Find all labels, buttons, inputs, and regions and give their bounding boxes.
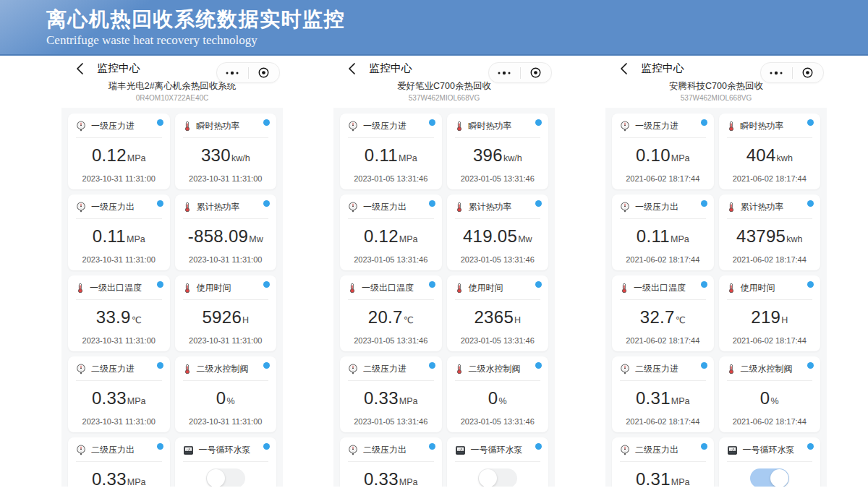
- card-timestamp: 2023-01-05 13:31:46: [454, 255, 542, 264]
- metric-card[interactable]: 累计热功率 43795kwh 2021-06-02 18:17:44: [719, 194, 821, 270]
- toggle-wrap: [454, 468, 542, 487]
- value-number: 0.11: [637, 226, 670, 246]
- card-value: 0%: [454, 389, 542, 411]
- value-unit: Mw: [518, 234, 532, 244]
- card-header: 二级压力出: [619, 444, 707, 456]
- card-header: 一号循环水泵: [726, 444, 814, 456]
- metric-card[interactable]: 一级压力进 0.11MPa 2023-01-05 13:31:46: [340, 114, 442, 189]
- more-options-button[interactable]: [489, 70, 520, 76]
- phones-row: 监控中心 瑞丰光电2#离心机余热回收系统 0R4OM10X722AE40C: [0, 56, 868, 487]
- card-value: 20.7℃: [347, 308, 435, 330]
- metric-card[interactable]: 二级水控制阀 0% 2023-01-05 13:31:46: [447, 356, 549, 432]
- status-dot: [429, 443, 435, 450]
- card-timestamp: 2023-10-31 11:31:00: [75, 255, 163, 264]
- pump-toggle[interactable]: [750, 468, 789, 487]
- card-timestamp: 2023-01-05 13:31:46: [347, 417, 435, 426]
- thermometer-icon: [454, 120, 464, 132]
- card-label: 二级压力进: [363, 363, 407, 375]
- card-header: 二级水控制阀: [182, 363, 270, 375]
- card-value: 5926H: [182, 308, 270, 330]
- card-value: 0.12MPa: [347, 227, 435, 249]
- close-miniprogram-button[interactable]: [793, 67, 824, 79]
- metric-card[interactable]: 一级出口温度 32.7℃ 2021-06-02 18:17:44: [612, 275, 714, 351]
- pressure-gauge-icon: [619, 120, 631, 132]
- value-number: 0.33: [92, 469, 127, 487]
- more-options-button[interactable]: [217, 70, 248, 76]
- card-value: 32.7℃: [619, 308, 707, 330]
- value-unit: MPa: [671, 153, 690, 163]
- card-header: 累计热功率: [726, 201, 814, 213]
- card-value: 330kw/h: [182, 146, 270, 168]
- card-value: 0.31MPa: [619, 470, 707, 487]
- panel-meter-icon: [182, 445, 195, 456]
- metric-card[interactable]: 二级压力出 0.33MPa 2023-10-31 11:31:00: [68, 437, 170, 487]
- card-label: 累计热功率: [469, 201, 512, 213]
- thermometer-icon: [726, 201, 736, 213]
- card-timestamp: 2023-01-05 13:31:46: [454, 336, 542, 345]
- card-header: 瞬时热功率: [182, 120, 270, 132]
- close-miniprogram-button[interactable]: [521, 67, 552, 79]
- status-dot: [701, 119, 707, 126]
- metric-card[interactable]: 一级出口温度 33.9℃ 2023-10-31 11:31:00: [68, 275, 170, 351]
- value-unit: MPa: [671, 477, 690, 487]
- metric-card[interactable]: 一级压力进 0.10MPa 2021-06-02 18:17:44: [612, 114, 714, 189]
- metric-card[interactable]: 一号循环水泵 2023-10-31 11:31:00: [175, 437, 277, 487]
- metric-card[interactable]: 二级压力进 0.33MPa 2023-10-31 11:31:00: [68, 356, 170, 432]
- status-dot: [429, 119, 435, 126]
- pump-toggle[interactable]: [206, 468, 245, 487]
- toggle-knob: [770, 469, 788, 487]
- thermometer-icon: [454, 363, 464, 375]
- metric-card[interactable]: 一级压力出 0.11MPa 2021-06-02 18:17:44: [612, 194, 714, 270]
- card-header: 一级压力出: [347, 201, 435, 213]
- more-options-button[interactable]: [761, 70, 792, 76]
- pressure-gauge-icon: [619, 444, 631, 456]
- metric-card[interactable]: 使用时间 219H 2021-06-02 18:17:44: [719, 275, 821, 351]
- metric-card[interactable]: 二级压力出 0.33MPa 2023-01-05 13:31:46: [340, 437, 442, 487]
- metric-card[interactable]: 一号循环水泵 2023-01-05 13:31:46: [447, 437, 549, 487]
- value-number: 32.7: [640, 307, 675, 327]
- metric-card[interactable]: 二级压力进 0.31MPa 2021-06-02 18:17:44: [612, 356, 714, 432]
- back-icon[interactable]: [75, 62, 85, 75]
- value-unit: kwh: [786, 234, 802, 244]
- card-timestamp: 2021-06-02 18:17:44: [619, 417, 707, 426]
- metric-card[interactable]: 一级出口温度 20.7℃ 2023-01-05 13:31:46: [340, 275, 442, 351]
- card-grid: 一级压力进 0.10MPa 2021-06-02 18:17:44 瞬时热功率 …: [605, 108, 827, 487]
- card-divider: [455, 218, 541, 219]
- metric-card[interactable]: 一级压力出 0.12MPa 2023-01-05 13:31:46: [340, 194, 442, 270]
- card-divider: [76, 299, 162, 300]
- status-dot: [807, 200, 814, 207]
- pressure-gauge-icon: [347, 120, 359, 132]
- value-unit: kwh: [777, 153, 793, 163]
- metric-card[interactable]: 二级压力进 0.33MPa 2023-01-05 13:31:46: [340, 356, 442, 432]
- card-grid: 一级压力进 0.11MPa 2023-01-05 13:31:46 瞬时热功率 …: [333, 108, 555, 487]
- card-header: 一级压力进: [619, 120, 707, 132]
- metric-card[interactable]: 累计热功率 -858.09Mw 2023-10-31 11:31:00: [175, 194, 277, 270]
- metric-card[interactable]: 二级压力出 0.31MPa 2021-06-02 18:17:44: [612, 437, 714, 487]
- card-divider: [620, 380, 706, 381]
- metric-card[interactable]: 二级水控制阀 0% 2023-10-31 11:31:00: [175, 356, 277, 432]
- metric-card[interactable]: 瞬时热功率 404kwh 2021-06-02 18:17:44: [719, 114, 821, 189]
- metric-card[interactable]: 使用时间 5926H 2023-10-31 11:31:00: [175, 275, 277, 351]
- close-miniprogram-button[interactable]: [249, 67, 280, 79]
- pump-toggle[interactable]: [478, 468, 517, 487]
- back-icon[interactable]: [618, 62, 629, 75]
- card-value: 43795kwh: [726, 227, 814, 249]
- metric-card[interactable]: 累计热功率 419.05Mw 2023-01-05 13:31:46: [447, 194, 549, 270]
- card-timestamp: 2023-10-31 11:31:00: [182, 174, 270, 183]
- value-number: 5926: [202, 307, 242, 327]
- card-timestamp: 2023-01-05 13:31:46: [454, 174, 542, 183]
- metric-card[interactable]: 瞬时热功率 330kw/h 2023-10-31 11:31:00: [175, 114, 277, 189]
- card-divider: [727, 218, 813, 219]
- card-divider: [183, 137, 269, 138]
- metric-card[interactable]: 一号循环水泵 2021-06-02 18:17:44: [719, 437, 821, 487]
- metric-card[interactable]: 二级水控制阀 0% 2021-06-02 18:17:44: [719, 356, 821, 432]
- card-value: 419.05Mw: [454, 227, 542, 249]
- status-dot: [807, 362, 814, 369]
- metric-card[interactable]: 一级压力出 0.11MPa 2023-10-31 11:31:00: [68, 194, 170, 270]
- value-number: 0.33: [364, 469, 399, 487]
- metric-card[interactable]: 使用时间 2365H 2023-01-05 13:31:46: [447, 275, 549, 351]
- card-divider: [455, 137, 541, 138]
- metric-card[interactable]: 一级压力进 0.12MPa 2023-10-31 11:31:00: [68, 114, 170, 189]
- metric-card[interactable]: 瞬时热功率 396kw/h 2023-01-05 13:31:46: [447, 114, 549, 189]
- back-icon[interactable]: [346, 62, 357, 75]
